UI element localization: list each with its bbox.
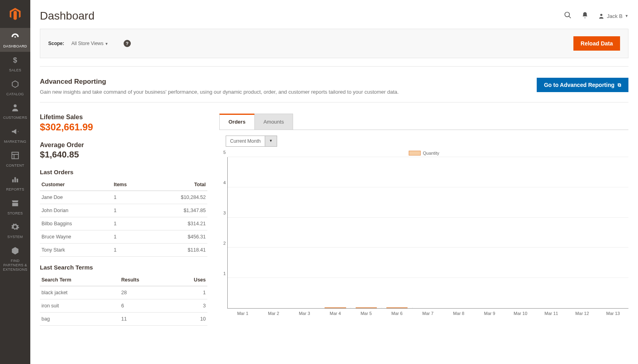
layout-icon [2, 151, 29, 162]
person-icon [2, 103, 29, 114]
y-tick: 3 [223, 211, 226, 215]
svg-point-2 [14, 36, 16, 38]
legend-label: Quantity [423, 151, 439, 155]
table-row[interactable]: John Dorian1$1,347.85 [40, 204, 207, 217]
page-header: Dashboard Jack B ▼ [40, 0, 628, 29]
nav-item-sales[interactable]: $SALES [0, 52, 30, 76]
period-selector-button[interactable]: ▼ [265, 136, 277, 147]
nav-item-content[interactable]: CONTENT [0, 147, 30, 171]
nav-label: MARKETING [4, 140, 26, 144]
nav-item-stores[interactable]: STORES [0, 195, 30, 219]
divider [40, 66, 628, 67]
nav-item-catalog[interactable]: CATALOG [0, 76, 30, 100]
svg-point-11 [565, 12, 570, 17]
svg-text:$: $ [13, 56, 17, 64]
chart-tabs: Orders Amounts [219, 114, 628, 130]
nav-label: STORES [8, 211, 23, 215]
chevron-down-icon: ▼ [625, 14, 628, 18]
external-link-icon: ⧉ [618, 82, 621, 88]
legend-swatch [409, 151, 421, 155]
col-uses: Uses [171, 274, 207, 286]
table-row[interactable]: iron suit63 [40, 299, 207, 313]
x-tick: Mar 1 [227, 309, 258, 316]
advanced-reporting-desc: Gain new insights and take command of yo… [40, 89, 399, 95]
nav-item-dashboard[interactable]: DASHBOARD [0, 28, 30, 52]
account-menu[interactable]: Jack B ▼ [598, 13, 628, 19]
bar[interactable] [386, 307, 408, 308]
last-search-table: Search Term Results Uses black jacket281… [40, 274, 207, 326]
col-total: Total [147, 179, 207, 191]
average-order-label: Average Order [40, 142, 207, 149]
y-tick: 5 [223, 150, 226, 155]
tab-amounts[interactable]: Amounts [254, 114, 293, 130]
nav-item-reports[interactable]: REPORTS [0, 171, 30, 195]
admin-sidebar: DASHBOARD$SALESCATALOGCUSTOMERSMARKETING… [0, 0, 30, 364]
svg-rect-8 [12, 179, 14, 182]
bar[interactable] [325, 307, 346, 308]
x-tick: Mar 11 [536, 309, 567, 316]
x-tick: Mar 8 [443, 309, 474, 316]
table-row[interactable]: Tony Stark1$118.41 [40, 244, 207, 257]
nav-label: DASHBOARD [3, 44, 27, 48]
table-row[interactable]: Bilbo Baggins1$314.21 [40, 217, 207, 230]
last-orders-title: Last Orders [40, 169, 207, 175]
x-tick: Mar 9 [474, 309, 505, 316]
table-row[interactable]: Bruce Wayne1$456.31 [40, 230, 207, 244]
nav-label: SYSTEM [8, 235, 23, 239]
gauge-icon [2, 32, 29, 43]
notifications-icon[interactable] [581, 12, 589, 21]
x-tick: Mar 5 [351, 309, 382, 316]
orders-chart: Quantity 12345 Mar 1Mar 2Mar 3Mar 4Mar 5… [219, 151, 628, 316]
svg-rect-5 [12, 152, 19, 159]
svg-point-13 [600, 14, 602, 16]
average-order-value: $1,640.85 [40, 150, 207, 160]
help-icon[interactable]: ? [124, 40, 131, 47]
svg-line-12 [569, 16, 571, 18]
store-icon [2, 199, 29, 210]
bar-slot [320, 307, 351, 308]
nav-label: CONTENT [6, 163, 24, 167]
table-row[interactable]: black jacket281 [40, 286, 207, 299]
nav-label: SALES [9, 68, 22, 72]
advanced-reporting-title: Advanced Reporting [40, 78, 399, 86]
search-icon[interactable] [564, 11, 572, 21]
x-tick: Mar 7 [412, 309, 443, 316]
go-advanced-reporting-button[interactable]: Go to Advanced Reporting ⧉ [537, 78, 628, 92]
last-orders-table: Customer Items Total Jane Doe1$10,284.52… [40, 179, 207, 257]
y-tick: 1 [223, 271, 226, 276]
puzzle-icon [2, 246, 29, 257]
col-customer: Customer [40, 179, 112, 191]
nav-item-marketing[interactable]: MARKETING [0, 123, 30, 147]
dollar-icon: $ [2, 56, 29, 67]
x-tick: Mar 12 [567, 309, 597, 316]
barchart-icon [2, 175, 29, 186]
nav-label: REPORTS [6, 187, 24, 191]
bar[interactable] [356, 307, 377, 308]
gear-icon [2, 222, 29, 233]
x-tick: Mar 6 [382, 309, 412, 316]
lifetime-sales-label: Lifetime Sales [40, 114, 207, 121]
svg-point-4 [14, 104, 16, 107]
user-name: Jack B [607, 13, 622, 19]
period-selector-label: Current Month [226, 136, 265, 147]
col-results: Results [120, 274, 171, 286]
table-row[interactable]: bag1110 [40, 313, 207, 326]
nav-item-system[interactable]: SYSTEM [0, 218, 30, 242]
tab-orders[interactable]: Orders [219, 114, 255, 130]
y-tick: 4 [223, 180, 226, 185]
magento-logo[interactable] [0, 0, 30, 28]
scope-selector[interactable]: All Store Views ▼ [71, 41, 108, 46]
lifetime-sales-value: $302,661.99 [40, 122, 207, 133]
svg-rect-10 [17, 179, 18, 182]
table-row[interactable]: Jane Doe1$10,284.52 [40, 191, 207, 204]
page-title: Dashboard [40, 10, 95, 22]
scope-label: Scope: [48, 41, 64, 46]
nav-item-customers[interactable]: CUSTOMERS [0, 99, 30, 123]
nav-item-find-partners-extensions[interactable]: FIND PARTNERS & EXTENSIONS [0, 242, 30, 275]
svg-rect-9 [14, 177, 16, 182]
nav-label: CATALOG [6, 92, 24, 96]
col-items: Items [112, 179, 147, 191]
reload-data-button[interactable]: Reload Data [573, 36, 620, 51]
scope-bar: Scope: All Store Views ▼ ? Reload Data [40, 29, 628, 58]
svg-marker-1 [14, 11, 17, 20]
